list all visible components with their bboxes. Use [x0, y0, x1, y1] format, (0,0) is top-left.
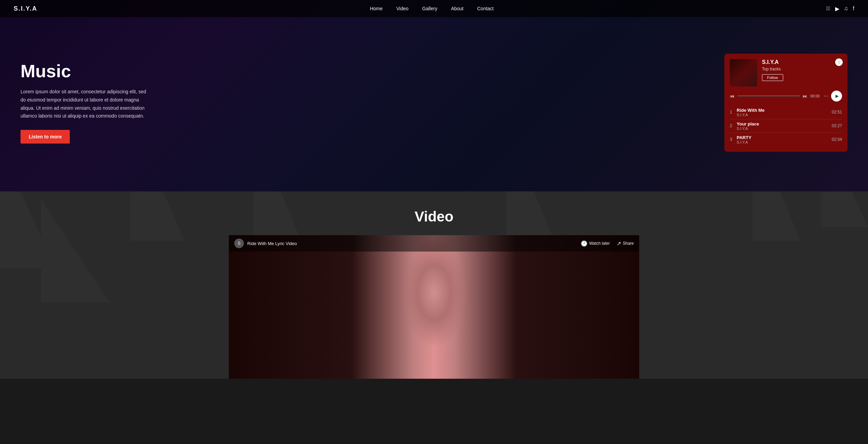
video-channel-avatar: S	[234, 239, 244, 248]
video-section: Video S Ride With Me Lyric Video 🕐 Watch…	[0, 191, 868, 379]
nav-about[interactable]: About	[451, 6, 464, 11]
track-item[interactable]: 3 PARTY S.I.Y.A 02:54	[730, 133, 842, 146]
nav-contact[interactable]: Contact	[477, 6, 494, 11]
track-item[interactable]: 1 Ride With Me S.I.Y.A 02:51	[730, 106, 842, 119]
watch-later-label: Watch later	[589, 241, 610, 246]
track-info: Your place S.I.Y.A	[737, 121, 832, 131]
skip-back-icon[interactable]: ⏮	[730, 93, 735, 99]
spotify-header: S.I.Y.A Top tracks Follow	[730, 59, 842, 86]
track-name: Your place	[737, 121, 832, 126]
track-number: 2	[730, 123, 737, 128]
watch-later-icon: 🕐	[581, 240, 588, 247]
share-button[interactable]: ↗ Share	[617, 240, 634, 247]
track-duration: 02:51	[832, 110, 842, 115]
track-list: 1 Ride With Me S.I.Y.A 02:51 2 Your plac…	[730, 106, 842, 146]
track-duration: 02:54	[832, 137, 842, 142]
avatar-initial: S	[238, 241, 240, 246]
spotify-widget: ♫ S.I.Y.A Top tracks Follow ⏮ ⏭ 00:00	[724, 54, 847, 152]
video-title-text: Ride With Me Lyric Video	[247, 241, 297, 246]
play-icon: ▶	[836, 94, 839, 98]
track-item[interactable]: 2 Your place S.I.Y.A 02:27	[730, 119, 842, 133]
video-title-bar: S Ride With Me Lyric Video	[234, 239, 297, 248]
skip-forward-icon[interactable]: ⏭	[803, 93, 807, 99]
hero-heading: Music	[21, 62, 150, 81]
track-name: Ride With Me	[737, 108, 832, 113]
spotify-artist-info: S.I.Y.A Top tracks Follow	[762, 59, 842, 81]
navigation: S.I.Y.A Home Video Gallery About Contact…	[0, 0, 868, 17]
video-topbar: S Ride With Me Lyric Video 🕐 Watch later…	[229, 235, 639, 252]
track-name: PARTY	[737, 135, 832, 140]
top-tracks-label: Top tracks	[762, 67, 842, 71]
track-info: PARTY S.I.Y.A	[737, 135, 832, 144]
track-number: 1	[730, 110, 737, 115]
share-icon: ↗	[617, 240, 621, 247]
youtube-icon[interactable]: ▶	[835, 5, 839, 12]
hero-content: Music Lorem ipsum dolor sit amet, consec…	[0, 0, 868, 191]
video-section-heading: Video	[0, 208, 868, 225]
track-artist: S.I.Y.A	[737, 126, 832, 131]
nav-links: Home Video Gallery About Contact	[370, 6, 494, 11]
watch-later-button[interactable]: 🕐 Watch later	[581, 240, 610, 247]
video-actions: 🕐 Watch later ↗ Share	[581, 240, 634, 247]
nav-home[interactable]: Home	[370, 6, 382, 11]
artist-name: S.I.Y.A	[762, 59, 842, 65]
more-options-icon[interactable]: ···	[824, 93, 828, 99]
track-duration: 02:27	[832, 123, 842, 128]
track-info: Ride With Me S.I.Y.A	[737, 108, 832, 117]
hero-body: Lorem ipsum dolor sit amet, consectetur …	[21, 88, 150, 120]
video-player-container: S Ride With Me Lyric Video 🕐 Watch later…	[229, 235, 639, 379]
video-background: S Ride With Me Lyric Video 🕐 Watch later…	[229, 235, 639, 379]
track-artist: S.I.Y.A	[737, 140, 832, 144]
instagram-icon[interactable]: ⓒ	[826, 5, 830, 12]
facebook-icon[interactable]: f	[853, 5, 854, 12]
player-time: 00:00	[810, 94, 820, 98]
play-button[interactable]: ▶	[831, 91, 842, 102]
listen-more-button[interactable]: Listen to more	[21, 130, 70, 144]
nav-gallery[interactable]: Gallery	[422, 6, 437, 11]
album-art-inner	[730, 59, 757, 86]
track-number: 3	[730, 137, 737, 142]
spotify-icon-nav[interactable]: ♫	[844, 5, 848, 12]
share-label: Share	[623, 241, 634, 246]
track-artist: S.I.Y.A	[737, 113, 832, 117]
spotify-brand-icon: ♫	[835, 58, 843, 66]
progress-bar[interactable]	[737, 95, 800, 96]
nav-video[interactable]: Video	[396, 6, 409, 11]
nav-social: ⓒ ▶ ♫ f	[826, 5, 854, 12]
hero-text-block: Music Lorem ipsum dolor sit amet, consec…	[21, 62, 150, 144]
spotify-player: ⏮ ⏭ 00:00 ··· ▶	[730, 91, 842, 102]
site-logo[interactable]: S.I.Y.A	[14, 5, 37, 12]
hero-section: Music Lorem ipsum dolor sit amet, consec…	[0, 0, 868, 191]
album-art	[730, 59, 757, 86]
svg-marker-0	[0, 191, 55, 268]
follow-button[interactable]: Follow	[762, 74, 783, 81]
